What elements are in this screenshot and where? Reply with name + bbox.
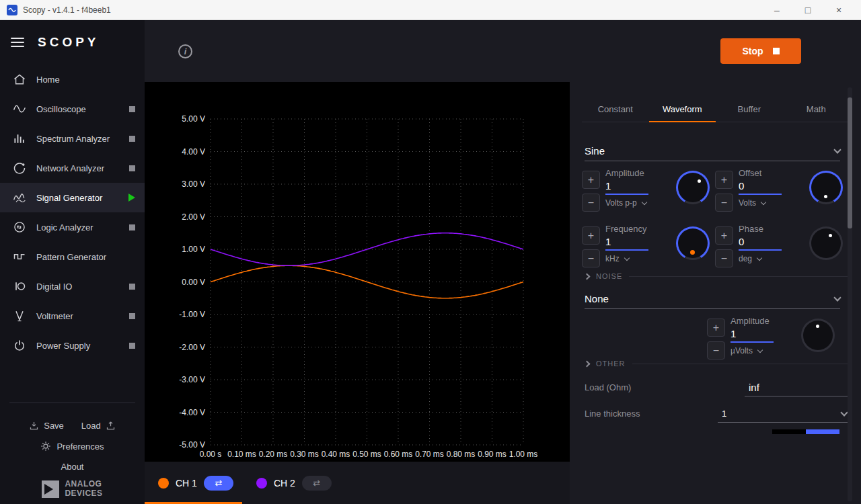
phase-unit-dropdown[interactable]: deg [739,254,809,263]
load-ohm-input[interactable]: inf [745,382,850,396]
x-axis-tick: 0.00 s [200,450,222,459]
stop-button[interactable]: Stop [720,38,801,64]
sidebar-item-spectrum-analyzer[interactable]: Spectrum Analyzer [0,124,145,153]
noise-type-select[interactable]: None [585,289,840,309]
y-axis-tick: -4.00 V [179,408,205,417]
x-axis-tick: 0.70 ms [415,450,444,459]
channel-2-toggle[interactable]: ⇄ [302,476,332,491]
channel-2-label: CH 2 [274,478,295,489]
phase-decrement-button[interactable]: − [715,249,733,267]
logic-analyzer-icon [12,220,27,235]
other-section-header[interactable]: OTHER [585,360,850,368]
sidebar-item-power-supply[interactable]: Power Supply [0,331,145,360]
sidebar-item-signal-generator[interactable]: Signal Generator [0,183,145,212]
sidebar-item-label: Network Analyzer [36,163,129,173]
waveform-type-select[interactable]: Sine [585,141,840,161]
load-upload-icon [106,421,116,431]
signal-type-tabs: Constant Waveform Buffer Math [582,97,850,122]
info-icon[interactable]: i [178,44,192,58]
x-axis-tick: 0.20 ms [259,450,288,459]
line-thickness-select[interactable]: 1 [718,409,850,423]
tab-waveform[interactable]: Waveform [649,97,716,122]
sidebar-menu: HomeOscilloscopeSpectrum AnalyzerNetwork… [0,65,145,360]
oscilloscope-icon [12,101,27,116]
amplitude-decrement-button[interactable]: − [582,194,600,212]
tab-math[interactable]: Math [783,97,850,122]
amplitude-control: + − Amplitude 1 Volts p-p [582,168,715,224]
panel-scrollbar[interactable] [848,87,852,501]
amplitude-value[interactable]: 1 [605,180,648,195]
stopped-indicator [129,224,135,230]
amplitude-increment-button[interactable]: + [582,171,600,189]
noise-amplitude-decrement-button[interactable]: − [707,341,725,360]
tab-constant[interactable]: Constant [582,97,649,122]
noise-amplitude-increment-button[interactable]: + [707,319,725,337]
load-button[interactable]: Load [81,421,116,431]
voltmeter-icon [12,308,27,323]
minimize-button[interactable]: – [761,1,792,19]
frequency-value[interactable]: 1 [605,236,648,251]
y-axis-tick: -1.00 V [179,310,205,319]
offset-unit-dropdown[interactable]: Volts [739,198,809,208]
offset-decrement-button[interactable]: − [715,194,733,212]
offset-value[interactable]: 0 [739,180,782,195]
noise-section-header[interactable]: NOISE [585,272,850,280]
sidebar-item-oscilloscope[interactable]: Oscilloscope [0,94,145,124]
noise-amplitude-unit-value: µVolts [731,346,753,355]
noise-amplitude-unit-dropdown[interactable]: µVolts [731,346,801,355]
preferences-button[interactable]: Preferences [0,435,145,457]
oscilloscope-plot[interactable]: 0.00 s0.10 ms0.20 ms0.30 ms0.40 ms0.50 m… [145,82,570,462]
load-ohm-row: Load (Ohm) inf [585,382,850,396]
stopped-indicator [129,136,135,142]
sidebar-item-network-analyzer[interactable]: Network Analyzer [0,153,145,183]
noise-amplitude-knob[interactable] [801,319,835,352]
sidebar-item-voltmeter[interactable]: Voltmeter [0,301,145,331]
sidebar-item-home[interactable]: Home [0,65,145,94]
scrollbar-thumb[interactable] [848,97,852,228]
channel-2[interactable]: CH 2 ⇄ [256,476,332,491]
other-section-title: OTHER [596,360,626,368]
sidebar-item-logic-analyzer[interactable]: Logic Analyzer [0,212,145,242]
close-button[interactable]: × [823,1,854,19]
stopped-indicator [129,106,135,112]
digital-io-icon [12,279,27,294]
tab-buffer[interactable]: Buffer [716,97,783,122]
frequency-unit-dropdown[interactable]: kHz [605,254,676,263]
offset-knob[interactable] [809,171,843,204]
x-axis-tick: 0.40 ms [322,450,350,459]
frequency-increment-button[interactable]: + [582,226,600,245]
sidebar-item-pattern-generator[interactable]: Pattern Generator [0,242,145,271]
phase-value[interactable]: 0 [739,236,782,251]
noise-amplitude-control: + − Amplitude 1 µVolts [707,316,850,360]
stopped-indicator [129,343,135,349]
y-axis-tick: -5.00 V [179,440,205,450]
main-header: i Stop [145,20,861,82]
channel-1[interactable]: CH 1 ⇄ [158,476,233,491]
frequency-label: Frequency [605,224,676,234]
power-supply-icon [12,338,27,353]
sidebar-item-digital-io[interactable]: Digital IO [0,271,145,301]
save-button[interactable]: Save [29,421,64,431]
frequency-knob[interactable] [676,226,710,260]
frequency-decrement-button[interactable]: − [582,249,600,267]
chevron-down-icon [757,347,763,352]
phase-knob[interactable] [809,226,843,260]
amplitude-knob[interactable] [676,171,710,204]
signal-generator-icon [12,190,27,205]
amplitude-unit-dropdown[interactable]: Volts p-p [605,198,676,208]
about-button[interactable]: About [0,457,145,477]
noise-amplitude-value[interactable]: 1 [731,328,774,343]
frequency-control: + − Frequency 1 kHz [582,224,715,280]
menu-hamburger-icon[interactable] [11,35,24,50]
sidebar-item-label: Signal Generator [36,193,128,203]
x-axis-tick: 0.30 ms [290,450,319,459]
load-label: Load [81,421,101,431]
channel-1-toggle[interactable]: ⇄ [204,476,233,491]
phase-increment-button[interactable]: + [715,226,733,245]
x-axis-tick: 1.00 ms [509,450,538,459]
maximize-button[interactable]: □ [792,1,823,19]
y-axis-tick: -2.00 V [179,343,205,352]
chevron-down-icon [624,255,629,260]
offset-control: + − Offset 0 Volts [715,168,848,224]
offset-increment-button[interactable]: + [715,171,733,189]
